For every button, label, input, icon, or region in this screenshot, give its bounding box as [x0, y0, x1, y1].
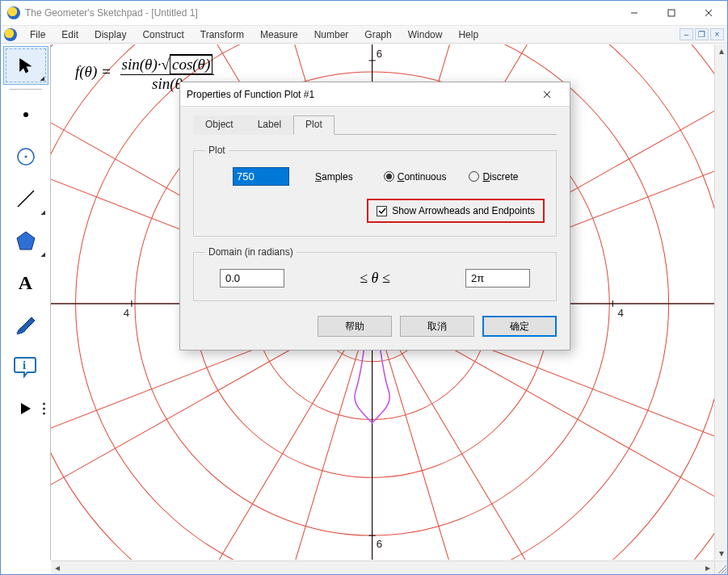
menu-bar: File Edit Display Construct Transform Me… [1, 26, 727, 44]
formula-numer-abs: cos(θ) [170, 55, 213, 74]
document-icon [4, 28, 17, 41]
tab-label[interactable]: Label [246, 115, 293, 135]
menu-edit[interactable]: Edit [53, 27, 86, 42]
menu-construct[interactable]: Construct [134, 27, 191, 42]
tool-circle[interactable] [3, 137, 48, 176]
window-close-button[interactable] [690, 1, 727, 26]
menu-window[interactable]: Window [400, 27, 451, 42]
show-arrowheads-checkbox[interactable] [377, 206, 387, 216]
svg-line-7 [18, 191, 34, 207]
svg-text:i: i [22, 359, 25, 371]
show-arrowheads-label: Show Arrowheads and Endpoints [392, 205, 535, 216]
axis-label-left: 4 [124, 307, 129, 319]
dialog-tabs: Object Label Plot [193, 115, 557, 135]
show-arrowheads-highlight: Show Arrowheads and Endpoints [367, 199, 545, 223]
radio-discrete[interactable]: Discrete [469, 171, 518, 183]
tab-object[interactable]: Object [193, 115, 246, 135]
scroll-up-icon[interactable]: ▴ [715, 44, 727, 57]
formula-numer-left: sin(θ)· [122, 56, 162, 73]
svg-point-4 [23, 112, 28, 117]
plot-group-label: Plot [205, 145, 229, 156]
mdi-restore-button[interactable]: ❐ [695, 28, 709, 40]
app-icon [7, 6, 20, 19]
help-button[interactable]: 帮助 [318, 316, 392, 337]
tool-text[interactable]: A [3, 263, 48, 302]
axis-label-right: 4 [617, 307, 623, 319]
svg-marker-8 [17, 232, 35, 250]
dialog-close-button[interactable] [531, 82, 563, 107]
mdi-minimize-button[interactable]: – [680, 28, 693, 40]
menu-graph[interactable]: Graph [356, 27, 399, 42]
svg-line-47 [725, 572, 726, 573]
vertical-scrollbar[interactable]: ▴ ▾ [714, 44, 727, 560]
window-minimize-button[interactable] [616, 1, 653, 26]
tab-plot[interactable]: Plot [293, 115, 335, 135]
tool-line[interactable] [3, 179, 48, 218]
menu-help[interactable]: Help [450, 27, 486, 42]
resize-grip[interactable] [714, 560, 727, 574]
scroll-left-icon[interactable]: ◂ [51, 561, 64, 574]
domain-to-input[interactable] [465, 269, 530, 288]
samples-label: SSamplesamples [315, 171, 353, 183]
menu-measure[interactable]: Measure [252, 27, 306, 42]
horizontal-scrollbar[interactable]: ◂ ▸ [51, 560, 714, 574]
window-maximize-button[interactable] [653, 1, 690, 26]
menu-number[interactable]: Number [306, 27, 357, 42]
plot-group: Plot SSamplesamples Continuous Discrete … [193, 145, 557, 237]
menu-file[interactable]: File [22, 27, 53, 42]
tool-marker[interactable] [3, 305, 48, 344]
cancel-button[interactable]: 取消 [400, 316, 474, 337]
scroll-down-icon[interactable]: ▾ [715, 547, 727, 560]
properties-dialog: Properties of Function Plot #1 Object La… [179, 82, 570, 350]
samples-input[interactable] [233, 167, 289, 186]
axis-label-bottom: 6 [377, 538, 382, 550]
menu-transform[interactable]: Transform [192, 27, 252, 42]
axis-label-top: 6 [377, 48, 382, 60]
radio-continuous[interactable]: Continuous [384, 171, 447, 183]
formula-lhs: f(θ) = [75, 63, 112, 80]
tool-polygon[interactable] [3, 221, 48, 260]
dialog-title: Properties of Function Plot #1 [187, 89, 314, 100]
svg-marker-10 [21, 403, 31, 414]
mdi-close-button[interactable]: × [710, 28, 724, 40]
domain-from-input[interactable] [220, 269, 284, 288]
tool-custom[interactable] [3, 389, 48, 428]
ok-button[interactable]: 确定 [482, 316, 557, 337]
domain-group: Domain (in radians) ≤ θ ≤ [193, 246, 557, 301]
svg-rect-1 [668, 10, 675, 16]
domain-inequality: ≤ θ ≤ [360, 270, 390, 287]
tool-arrow[interactable] [3, 46, 48, 85]
tool-info[interactable]: i [3, 347, 48, 386]
tool-point[interactable] [3, 95, 48, 134]
menu-display[interactable]: Display [86, 27, 134, 42]
tool-palette: A i [1, 44, 51, 560]
scroll-right-icon[interactable]: ▸ [701, 561, 714, 574]
domain-group-label: Domain (in radians) [205, 246, 297, 258]
window-title: The Geometer's Sketchpad - [Untitled 1] [25, 7, 616, 19]
svg-point-6 [24, 156, 27, 158]
